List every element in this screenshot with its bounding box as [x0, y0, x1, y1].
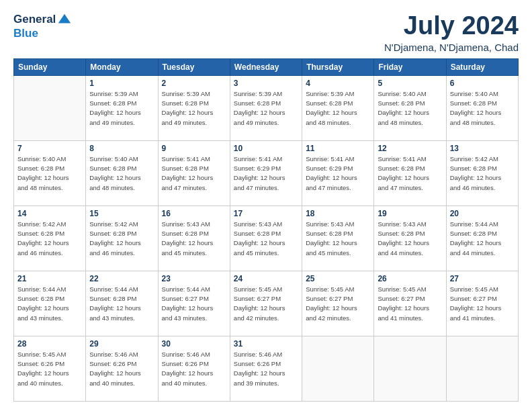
day-info: Sunrise: 5:46 AM Sunset: 6:26 PM Dayligh…	[162, 350, 226, 388]
svg-marker-0	[58, 14, 71, 24]
table-row: 2Sunrise: 5:39 AM Sunset: 6:28 PM Daylig…	[158, 75, 230, 140]
day-info: Sunrise: 5:43 AM Sunset: 6:28 PM Dayligh…	[234, 220, 298, 258]
day-number: 19	[378, 209, 442, 218]
title-block: July 2024 N'Djamena, N'Djamena, Chad	[384, 12, 519, 53]
table-row: 23Sunrise: 5:44 AM Sunset: 6:27 PM Dayli…	[158, 271, 230, 336]
day-number: 17	[234, 209, 298, 218]
table-row: 14Sunrise: 5:42 AM Sunset: 6:28 PM Dayli…	[14, 205, 86, 271]
day-number: 29	[89, 339, 154, 349]
table-row: 6Sunrise: 5:40 AM Sunset: 6:28 PM Daylig…	[446, 75, 518, 140]
day-info: Sunrise: 5:46 AM Sunset: 6:26 PM Dayligh…	[234, 350, 298, 388]
page: General Blue July 2024 N'Djamena, N'Djam…	[0, 0, 532, 411]
col-thursday: Thursday	[302, 58, 374, 75]
logo: General Blue	[13, 12, 72, 40]
day-info: Sunrise: 5:43 AM Sunset: 6:28 PM Dayligh…	[162, 220, 226, 258]
day-info: Sunrise: 5:45 AM Sunset: 6:27 PM Dayligh…	[450, 285, 515, 323]
day-info: Sunrise: 5:39 AM Sunset: 6:28 PM Dayligh…	[89, 89, 154, 128]
header: General Blue July 2024 N'Djamena, N'Djam…	[13, 12, 519, 53]
table-row: 5Sunrise: 5:40 AM Sunset: 6:28 PM Daylig…	[374, 75, 446, 140]
day-info: Sunrise: 5:40 AM Sunset: 6:28 PM Dayligh…	[378, 89, 442, 128]
day-info: Sunrise: 5:43 AM Sunset: 6:28 PM Dayligh…	[378, 220, 442, 258]
table-row: 31Sunrise: 5:46 AM Sunset: 6:26 PM Dayli…	[230, 336, 302, 401]
table-row: 3Sunrise: 5:39 AM Sunset: 6:28 PM Daylig…	[230, 75, 302, 140]
day-number: 24	[234, 274, 298, 283]
day-number: 28	[17, 339, 82, 349]
day-info: Sunrise: 5:44 AM Sunset: 6:28 PM Dayligh…	[450, 220, 515, 258]
table-row: 16Sunrise: 5:43 AM Sunset: 6:28 PM Dayli…	[158, 205, 230, 271]
day-number: 22	[89, 274, 154, 283]
day-number: 2	[162, 79, 226, 88]
day-info: Sunrise: 5:39 AM Sunset: 6:28 PM Dayligh…	[234, 89, 298, 128]
table-row: 18Sunrise: 5:43 AM Sunset: 6:28 PM Dayli…	[302, 205, 374, 271]
col-tuesday: Tuesday	[158, 58, 230, 75]
table-row: 21Sunrise: 5:44 AM Sunset: 6:28 PM Dayli…	[14, 271, 86, 336]
week-row-4: 21Sunrise: 5:44 AM Sunset: 6:28 PM Dayli…	[14, 271, 519, 336]
table-row: 13Sunrise: 5:42 AM Sunset: 6:28 PM Dayli…	[446, 140, 518, 205]
table-row	[302, 336, 374, 401]
day-number: 15	[89, 209, 154, 218]
day-number: 4	[306, 79, 370, 88]
table-row: 19Sunrise: 5:43 AM Sunset: 6:28 PM Dayli…	[374, 205, 446, 271]
day-info: Sunrise: 5:45 AM Sunset: 6:27 PM Dayligh…	[234, 285, 298, 323]
table-row	[374, 336, 446, 401]
day-number: 16	[162, 209, 226, 218]
col-wednesday: Wednesday	[230, 58, 302, 75]
table-row: 26Sunrise: 5:45 AM Sunset: 6:27 PM Dayli…	[374, 271, 446, 336]
logo-blue: Blue	[13, 27, 38, 40]
day-info: Sunrise: 5:41 AM Sunset: 6:28 PM Dayligh…	[378, 154, 442, 193]
day-info: Sunrise: 5:44 AM Sunset: 6:27 PM Dayligh…	[162, 285, 226, 323]
table-row	[14, 75, 86, 140]
day-info: Sunrise: 5:41 AM Sunset: 6:28 PM Dayligh…	[162, 154, 226, 193]
table-row: 25Sunrise: 5:45 AM Sunset: 6:27 PM Dayli…	[302, 271, 374, 336]
table-row: 7Sunrise: 5:40 AM Sunset: 6:28 PM Daylig…	[14, 140, 86, 205]
day-number: 5	[378, 79, 442, 88]
day-number: 8	[89, 144, 154, 153]
day-number: 7	[17, 144, 82, 153]
day-info: Sunrise: 5:46 AM Sunset: 6:26 PM Dayligh…	[89, 350, 154, 388]
day-info: Sunrise: 5:45 AM Sunset: 6:26 PM Dayligh…	[17, 350, 82, 388]
day-number: 3	[234, 79, 298, 88]
logo-icon	[57, 12, 72, 27]
day-number: 25	[306, 274, 370, 283]
table-row: 30Sunrise: 5:46 AM Sunset: 6:26 PM Dayli…	[158, 336, 230, 401]
day-number: 6	[450, 79, 515, 88]
table-row: 8Sunrise: 5:40 AM Sunset: 6:28 PM Daylig…	[86, 140, 158, 205]
logo-general: General	[13, 13, 56, 26]
table-row: 15Sunrise: 5:42 AM Sunset: 6:28 PM Dayli…	[86, 205, 158, 271]
day-number: 14	[17, 209, 82, 218]
table-row: 11Sunrise: 5:41 AM Sunset: 6:29 PM Dayli…	[302, 140, 374, 205]
week-row-2: 7Sunrise: 5:40 AM Sunset: 6:28 PM Daylig…	[14, 140, 519, 205]
logo-blue-text: Blue	[13, 27, 38, 40]
day-info: Sunrise: 5:39 AM Sunset: 6:28 PM Dayligh…	[162, 89, 226, 128]
day-number: 26	[378, 274, 442, 283]
week-row-3: 14Sunrise: 5:42 AM Sunset: 6:28 PM Dayli…	[14, 205, 519, 271]
table-row: 10Sunrise: 5:41 AM Sunset: 6:29 PM Dayli…	[230, 140, 302, 205]
header-row: Sunday Monday Tuesday Wednesday Thursday…	[14, 58, 519, 75]
logo-text: General	[13, 12, 72, 27]
day-number: 21	[17, 274, 82, 283]
table-row	[446, 336, 518, 401]
day-number: 10	[234, 144, 298, 153]
day-info: Sunrise: 5:41 AM Sunset: 6:29 PM Dayligh…	[234, 154, 298, 193]
day-info: Sunrise: 5:44 AM Sunset: 6:28 PM Dayligh…	[89, 285, 154, 323]
day-number: 18	[306, 209, 370, 218]
week-row-1: 1Sunrise: 5:39 AM Sunset: 6:28 PM Daylig…	[14, 75, 519, 140]
day-number: 13	[450, 144, 515, 153]
calendar: Sunday Monday Tuesday Wednesday Thursday…	[13, 58, 519, 402]
col-monday: Monday	[86, 58, 158, 75]
table-row: 27Sunrise: 5:45 AM Sunset: 6:27 PM Dayli…	[446, 271, 518, 336]
day-info: Sunrise: 5:40 AM Sunset: 6:28 PM Dayligh…	[17, 154, 82, 193]
day-info: Sunrise: 5:45 AM Sunset: 6:27 PM Dayligh…	[378, 285, 442, 323]
day-info: Sunrise: 5:42 AM Sunset: 6:28 PM Dayligh…	[17, 220, 82, 258]
day-info: Sunrise: 5:42 AM Sunset: 6:28 PM Dayligh…	[89, 220, 154, 258]
table-row: 4Sunrise: 5:39 AM Sunset: 6:28 PM Daylig…	[302, 75, 374, 140]
table-row: 22Sunrise: 5:44 AM Sunset: 6:28 PM Dayli…	[86, 271, 158, 336]
col-friday: Friday	[374, 58, 446, 75]
day-info: Sunrise: 5:43 AM Sunset: 6:28 PM Dayligh…	[306, 220, 370, 258]
day-number: 1	[89, 79, 154, 88]
table-row: 1Sunrise: 5:39 AM Sunset: 6:28 PM Daylig…	[86, 75, 158, 140]
table-row: 24Sunrise: 5:45 AM Sunset: 6:27 PM Dayli…	[230, 271, 302, 336]
day-number: 12	[378, 144, 442, 153]
day-number: 30	[162, 339, 226, 349]
week-row-5: 28Sunrise: 5:45 AM Sunset: 6:26 PM Dayli…	[14, 336, 519, 401]
